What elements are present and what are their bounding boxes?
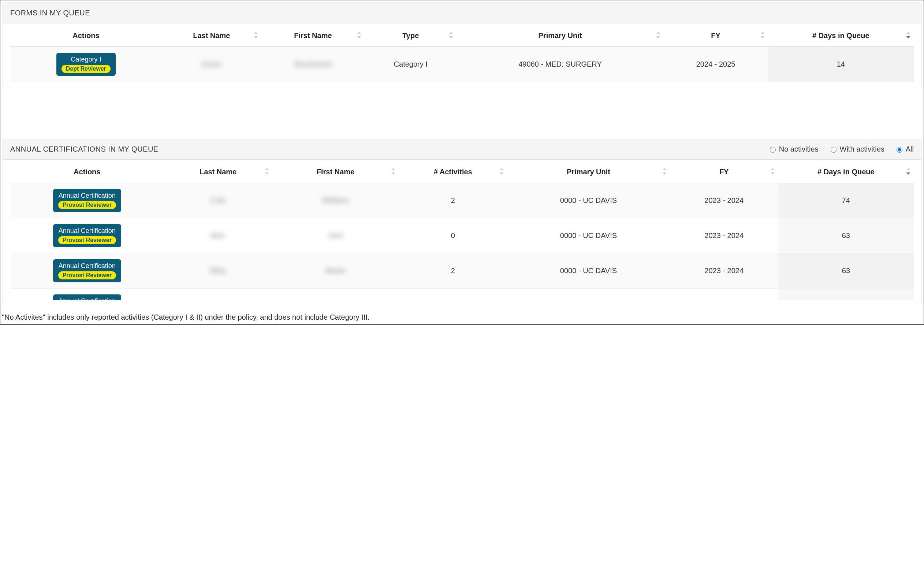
- col-days-in-queue[interactable]: # Days in Queue: [778, 160, 914, 183]
- cell-actions: Annual CertificationProvost Reviewer: [10, 254, 164, 288]
- cell-fy: 2024 - 2025: [664, 47, 768, 82]
- category-one-action-button[interactable]: Category I Dept Reviewer: [56, 53, 116, 76]
- col-actions[interactable]: Actions: [10, 23, 162, 47]
- cell-days: 14: [768, 47, 914, 82]
- col-primary-unit[interactable]: Primary Unit: [456, 23, 663, 47]
- forms-panel-title: FORMS IN MY QUEUE: [10, 9, 90, 17]
- cell-actions: Annual CertificationProvost Reviewer: [10, 183, 164, 218]
- cert-panel-title: ANNUAL CERTIFICATIONS IN MY QUEUE: [10, 145, 159, 153]
- cell-last-name: Marr: [164, 218, 272, 254]
- sort-icon[interactable]: [499, 168, 503, 175]
- cell-primary-unit: 0000 - UC DAVIS: [507, 218, 670, 254]
- annual-cert-action-button[interactable]: Annual CertificationProvost Reviewer: [53, 224, 121, 247]
- action-button-role-pill: Provost Reviewer: [58, 272, 116, 279]
- annual-cert-panel: ANNUAL CERTIFICATIONS IN MY QUEUE No act…: [3, 139, 921, 304]
- action-button-title: Annual Certification: [58, 262, 116, 270]
- sort-icon[interactable]: [254, 32, 258, 39]
- cell-activities: 0: [399, 288, 507, 301]
- spacer: [1, 93, 923, 137]
- cell-activities: 0: [399, 218, 507, 254]
- cell-days: 63: [778, 254, 914, 288]
- cell-fy: 2023 - 2024: [670, 218, 778, 254]
- forms-panel-header: FORMS IN MY QUEUE: [3, 3, 921, 23]
- cell-actions: Annual CertificationProvost Reviewer: [10, 218, 164, 254]
- cell-primary-unit: 0000 - UC DAVIS: [507, 254, 670, 288]
- sort-icon[interactable]: [770, 168, 775, 175]
- table-row: Annual CertificationProvost ReviewerCole…: [10, 183, 914, 218]
- forms-header-row: Actions Last Name First Name Type Primar…: [10, 23, 914, 47]
- table-row: Annual CertificationProvost ReviewerRile…: [10, 254, 914, 288]
- filter-no-activities-label[interactable]: No activities: [768, 145, 819, 153]
- cell-first-name: CynthiaBales: [272, 288, 399, 301]
- cell-actions: Category I Dept Reviewer: [10, 47, 162, 82]
- cell-first-name: John: [272, 218, 399, 254]
- annual-cert-action-button[interactable]: Annual CertificationProvost Reviewer: [53, 259, 121, 282]
- sort-icon[interactable]: [391, 168, 395, 175]
- sort-icon[interactable]: [760, 32, 764, 39]
- action-button-role-pill: Provost Reviewer: [58, 236, 116, 244]
- cell-fy: 2023 - 2024: [670, 288, 778, 301]
- sort-icon[interactable]: [656, 32, 660, 39]
- cell-last-name: Craig: [164, 288, 272, 301]
- sort-icon[interactable]: [357, 32, 361, 39]
- annual-cert-action-button[interactable]: Annual CertificationProvost Reviewer: [53, 294, 121, 300]
- col-first-name[interactable]: First Name: [261, 23, 364, 47]
- col-fy[interactable]: FY: [664, 23, 768, 47]
- col-actions[interactable]: Actions: [10, 160, 164, 183]
- action-button-role-pill: Provost Reviewer: [58, 201, 116, 209]
- col-type[interactable]: Type: [364, 23, 456, 47]
- sort-icon[interactable]: [662, 168, 666, 175]
- col-last-name[interactable]: Last Name: [162, 23, 261, 47]
- cell-primary-unit: 49060 - MED: SURGERY: [456, 47, 663, 82]
- cell-activities: 2: [399, 254, 507, 288]
- col-first-name[interactable]: First Name: [272, 160, 399, 183]
- cert-table: Actions Last Name First Name # Activitie…: [10, 160, 914, 183]
- sort-icon[interactable]: [448, 32, 453, 39]
- cell-activities: 2: [399, 183, 507, 218]
- cell-last-name: Green: [162, 47, 261, 82]
- cell-actions: Annual CertificationProvost Reviewer: [10, 288, 164, 301]
- cell-primary-unit: 0000 - UC DAVIS: [507, 288, 670, 301]
- filter-all-label[interactable]: All: [895, 145, 914, 153]
- cell-days: 63: [778, 218, 914, 254]
- action-button-title: Category I: [70, 56, 101, 63]
- annual-cert-action-button[interactable]: Annual CertificationProvost Reviewer: [53, 189, 121, 212]
- table-row: Annual CertificationProvost ReviewerCrai…: [10, 288, 914, 301]
- cell-primary-unit: 0000 - UC DAVIS: [507, 183, 670, 218]
- table-row: Category I Dept Reviewer Green Shushotec…: [10, 47, 914, 82]
- col-last-name[interactable]: Last Name: [164, 160, 272, 183]
- cert-panel-header: ANNUAL CERTIFICATIONS IN MY QUEUE No act…: [3, 139, 921, 160]
- action-button-title: Annual Certification: [58, 192, 116, 200]
- col-activities[interactable]: # Activities: [399, 160, 507, 183]
- cell-fy: 2023 - 2024: [670, 254, 778, 288]
- action-button-title: Annual Certification: [58, 297, 116, 300]
- filter-with-activities-radio[interactable]: [831, 147, 837, 153]
- cell-first-name: Shushotech: [261, 47, 364, 82]
- action-button-role-pill: Dept Reviewer: [62, 65, 111, 73]
- col-primary-unit[interactable]: Primary Unit: [507, 160, 670, 183]
- action-button-title: Annual Certification: [58, 227, 116, 235]
- cell-first-name: Martin: [272, 254, 399, 288]
- forms-table-wrap: Actions Last Name First Name Type Primar…: [3, 23, 921, 86]
- cell-days: 62: [778, 288, 914, 301]
- cert-header-row: Actions Last Name First Name # Activitie…: [10, 160, 914, 183]
- cell-days: 74: [778, 183, 914, 218]
- cell-last-name: Cole: [164, 183, 272, 218]
- cell-type: Category I: [364, 47, 456, 82]
- table-row: Annual CertificationProvost ReviewerMarr…: [10, 218, 914, 254]
- activities-filter-group: No activities With activities All: [768, 145, 914, 153]
- col-days-in-queue[interactable]: # Days in Queue: [768, 23, 914, 47]
- cert-table-scroll[interactable]: Annual CertificationProvost ReviewerCole…: [10, 183, 914, 300]
- forms-queue-panel: FORMS IN MY QUEUE Actions Last Name Firs…: [3, 3, 921, 86]
- sort-icon[interactable]: [264, 168, 269, 175]
- cert-table-wrap: Actions Last Name First Name # Activitie…: [3, 160, 921, 304]
- sort-desc-icon[interactable]: [906, 168, 910, 175]
- cell-first-name: Williams: [272, 183, 399, 218]
- col-fy[interactable]: FY: [670, 160, 778, 183]
- filter-all-radio[interactable]: [897, 147, 902, 153]
- cell-last-name: Riley: [164, 254, 272, 288]
- cell-fy: 2023 - 2024: [670, 183, 778, 218]
- filter-no-activities-radio[interactable]: [770, 147, 776, 153]
- filter-with-activities-label[interactable]: With activities: [829, 145, 885, 153]
- sort-desc-icon[interactable]: [906, 32, 910, 39]
